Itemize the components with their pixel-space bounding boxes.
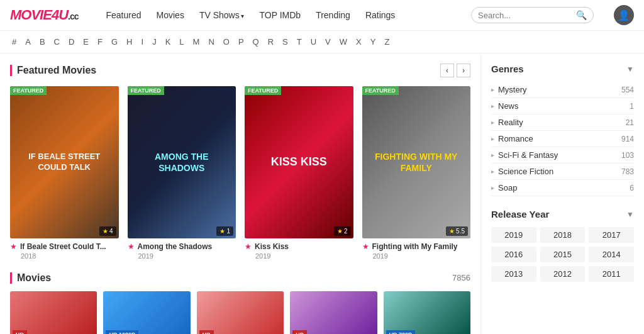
featured-prev-arrow[interactable]: ‹ [440, 64, 454, 77]
year-item-2011[interactable]: 2011 [589, 266, 634, 282]
genres-label: Genres [491, 64, 524, 74]
nav-ratings[interactable]: Ratings [359, 6, 401, 24]
year-item-2018[interactable]: 2018 [540, 227, 586, 243]
alpha-item-u[interactable]: U [309, 36, 318, 48]
logo[interactable]: MOVIE4U.cc [10, 7, 79, 23]
genre-bullet: ▸ [491, 86, 494, 93]
genre-bullet: ▸ [491, 184, 494, 191]
genres-chevron[interactable]: ▼ [626, 65, 634, 74]
year-item-2013[interactable]: 2013 [491, 266, 536, 282]
alpha-item-e[interactable]: E [81, 36, 91, 48]
genre-count: 783 [621, 167, 634, 176]
genre-count: 1 [630, 102, 634, 111]
search-input[interactable] [478, 11, 572, 20]
featured-movie-card-1[interactable]: AMONG THE SHADOWS FEATURED ★1 ★ Among th… [128, 86, 236, 260]
alpha-bar: #ABCDEFGHIJKLMNOPQRSTUVWXYZ [0, 31, 644, 53]
genre-item-4[interactable]: ▸ Sci-Fi & Fantasy 103 [491, 147, 634, 164]
featured-movie-card-2[interactable]: KISS KISS FEATURED ★2 ★ Kiss Kiss 2019 [245, 86, 353, 260]
genre-bullet: ▸ [491, 152, 494, 159]
rating-badge: ★2 [334, 226, 351, 236]
movie-icon: ★ [128, 242, 135, 251]
alpha-item-y[interactable]: Y [369, 36, 378, 48]
year-item-2016[interactable]: 2016 [491, 247, 536, 262]
hd-badge: HD [13, 330, 27, 335]
search-button[interactable]: 🔍 [576, 10, 587, 20]
featured-next-arrow[interactable]: › [457, 64, 470, 77]
movie-title: Fighting with My Family [372, 242, 458, 251]
main-layout: Featured Movies ‹ › IF BEALE STREET COUL… [0, 53, 644, 334]
user-icon[interactable]: 👤 [614, 5, 634, 25]
alpha-item-p[interactable]: P [236, 36, 246, 48]
genre-item-1[interactable]: ▸ News 1 [491, 98, 634, 114]
genre-item-6[interactable]: ▸ Soap 6 [491, 180, 634, 196]
alpha-item-#[interactable]: # [10, 36, 18, 48]
alpha-item-t[interactable]: T [295, 36, 304, 48]
sidebar: Genres ▼ ▸ Mystery 554 ▸ News 1 ▸ Realit… [480, 53, 644, 334]
featured-movie-card-3[interactable]: FIGHTING WITH MY FAMILY FEATURED ★5.5 ★ … [362, 86, 471, 260]
alpha-item-k[interactable]: K [164, 36, 173, 48]
year-item-2017[interactable]: 2017 [589, 227, 634, 243]
bottom-movie-card-1[interactable]: HD 1080P [103, 291, 190, 335]
movies-section-header: Movies 7856 [10, 272, 470, 284]
alpha-item-s[interactable]: S [280, 36, 290, 48]
bottom-movie-card-2[interactable]: HD [197, 291, 284, 335]
bottom-movie-card-3[interactable]: HD [290, 291, 377, 335]
alpha-item-v[interactable]: V [323, 36, 333, 48]
featured-nav-arrows: ‹ › [440, 64, 470, 77]
movie-year: 2019 [255, 252, 353, 260]
bottom-movie-card-0[interactable]: HD [10, 291, 97, 335]
featured-badge: FEATURED [362, 86, 399, 95]
alpha-item-r[interactable]: R [266, 36, 275, 48]
alpha-item-f[interactable]: F [96, 36, 104, 48]
alpha-item-n[interactable]: N [206, 36, 216, 48]
alpha-item-l[interactable]: L [177, 36, 186, 48]
rating-badge: ★4 [99, 226, 116, 236]
genre-bullet: ▸ [491, 119, 494, 126]
nav-featured[interactable]: Featured [100, 6, 148, 24]
alpha-item-h[interactable]: H [125, 36, 134, 48]
bottom-movie-card-4[interactable]: HD 720P [384, 291, 470, 335]
alpha-item-m[interactable]: M [191, 36, 202, 48]
hd-badge: HD [292, 330, 307, 335]
movie-title: Among the Shadows [138, 242, 213, 251]
year-item-2014[interactable]: 2014 [589, 247, 634, 262]
nav-trending[interactable]: Trending [309, 6, 357, 24]
movie-title: If Beale Street Could T... [20, 242, 106, 251]
alpha-item-c[interactable]: C [52, 36, 62, 48]
alpha-item-d[interactable]: D [67, 36, 76, 48]
movies-title: Movies [10, 272, 51, 284]
rating-badge: ★1 [216, 226, 233, 236]
genre-count: 21 [626, 118, 634, 127]
alpha-item-i[interactable]: I [140, 36, 146, 48]
nav-movies[interactable]: Movies [150, 6, 191, 24]
alpha-item-z[interactable]: Z [382, 36, 391, 48]
movie-year: 2019 [373, 252, 471, 260]
bottom-movies-grid: HDHD 1080PHDHDHD 720P [10, 291, 470, 335]
featured-movies-grid: IF BEALE STREET COULD TALK FEATURED ★4 ★… [10, 86, 470, 260]
alpha-item-a[interactable]: A [23, 36, 33, 48]
alpha-item-j[interactable]: J [150, 36, 158, 48]
movie-year: 2019 [138, 252, 236, 260]
genre-item-2[interactable]: ▸ Reality 21 [491, 114, 634, 131]
genre-item-5[interactable]: ▸ Science Fiction 783 [491, 164, 634, 180]
genre-label: Soap [498, 183, 517, 192]
featured-title: Featured Movies [10, 65, 96, 76]
alpha-item-x[interactable]: X [354, 36, 364, 48]
alpha-item-w[interactable]: W [338, 36, 349, 48]
year-item-2012[interactable]: 2012 [540, 266, 586, 282]
year-item-2015[interactable]: 2015 [540, 247, 586, 262]
featured-movie-card-0[interactable]: IF BEALE STREET COULD TALK FEATURED ★4 ★… [10, 86, 119, 260]
header: MOVIE4U.cc Featured Movies TV Shows TOP … [0, 0, 644, 31]
featured-badge: FEATURED [245, 86, 281, 95]
alpha-item-g[interactable]: G [109, 36, 119, 48]
genre-item-0[interactable]: ▸ Mystery 554 [491, 82, 634, 98]
release-year-chevron[interactable]: ▼ [626, 210, 634, 219]
genre-item-3[interactable]: ▸ Romance 914 [491, 131, 634, 147]
alpha-item-q[interactable]: Q [251, 36, 261, 48]
alpha-item-o[interactable]: O [221, 36, 231, 48]
genre-count: 914 [621, 135, 634, 143]
nav-tv-shows[interactable]: TV Shows [193, 6, 251, 24]
alpha-item-b[interactable]: B [38, 36, 47, 48]
nav-top-imdb[interactable]: TOP IMDb [253, 6, 308, 24]
year-item-2019[interactable]: 2019 [491, 227, 536, 243]
